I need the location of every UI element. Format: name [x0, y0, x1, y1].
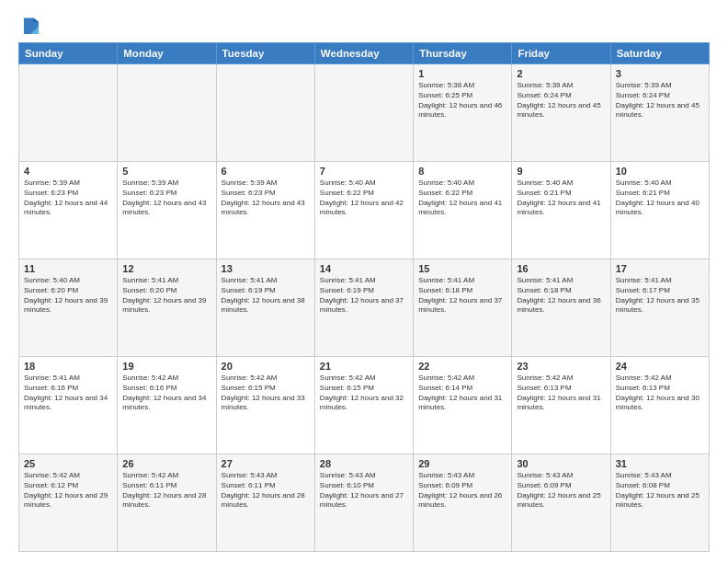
calendar-table: SundayMondayTuesdayWednesdayThursdayFrid…: [18, 42, 710, 552]
col-header-sunday: Sunday: [19, 43, 118, 64]
day-number: 4: [24, 166, 112, 177]
day-number: 16: [517, 263, 605, 274]
day-info: Sunrise: 5:41 AM Sunset: 6:20 PM Dayligh…: [122, 276, 210, 316]
calendar-cell: 12Sunrise: 5:41 AM Sunset: 6:20 PM Dayli…: [118, 259, 216, 357]
calendar-cell: 23Sunrise: 5:42 AM Sunset: 6:13 PM Dayli…: [512, 357, 610, 454]
day-info: Sunrise: 5:40 AM Sunset: 6:20 PM Dayligh…: [24, 276, 112, 316]
day-info: Sunrise: 5:42 AM Sunset: 6:16 PM Dayligh…: [122, 373, 210, 413]
calendar-cell: 24Sunrise: 5:42 AM Sunset: 6:13 PM Dayli…: [610, 357, 709, 454]
calendar-cell: 22Sunrise: 5:42 AM Sunset: 6:14 PM Dayli…: [414, 357, 512, 454]
calendar-cell: 29Sunrise: 5:43 AM Sunset: 6:09 PM Dayli…: [414, 454, 512, 552]
day-info: Sunrise: 5:41 AM Sunset: 6:18 PM Dayligh…: [418, 276, 506, 316]
logo-icon: [21, 17, 41, 37]
day-number: 13: [222, 263, 310, 274]
day-info: Sunrise: 5:39 AM Sunset: 6:23 PM Dayligh…: [122, 178, 210, 218]
day-number: 9: [517, 166, 605, 177]
day-number: 25: [24, 458, 112, 469]
day-info: Sunrise: 5:38 AM Sunset: 6:25 PM Dayligh…: [418, 81, 506, 121]
day-number: 29: [418, 458, 506, 469]
day-info: Sunrise: 5:41 AM Sunset: 6:16 PM Dayligh…: [24, 373, 112, 413]
day-number: 12: [122, 263, 210, 274]
day-info: Sunrise: 5:41 AM Sunset: 6:19 PM Dayligh…: [222, 276, 310, 316]
day-number: 17: [616, 263, 704, 274]
day-number: 27: [222, 458, 310, 469]
day-number: 10: [616, 166, 704, 177]
day-info: Sunrise: 5:42 AM Sunset: 6:15 PM Dayligh…: [222, 373, 310, 413]
day-number: 21: [320, 361, 408, 372]
day-number: 6: [222, 166, 310, 177]
calendar-cell: 2Sunrise: 5:39 AM Sunset: 6:24 PM Daylig…: [512, 64, 610, 162]
day-number: 11: [24, 263, 112, 274]
day-info: Sunrise: 5:43 AM Sunset: 6:08 PM Dayligh…: [616, 471, 704, 511]
day-number: 23: [517, 361, 605, 372]
day-info: Sunrise: 5:42 AM Sunset: 6:11 PM Dayligh…: [122, 471, 210, 511]
day-number: 15: [418, 263, 506, 274]
day-info: Sunrise: 5:42 AM Sunset: 6:15 PM Dayligh…: [320, 373, 408, 413]
day-number: 3: [616, 68, 704, 79]
day-info: Sunrise: 5:40 AM Sunset: 6:22 PM Dayligh…: [320, 178, 408, 218]
day-info: Sunrise: 5:39 AM Sunset: 6:23 PM Dayligh…: [222, 178, 310, 218]
calendar-cell: 20Sunrise: 5:42 AM Sunset: 6:15 PM Dayli…: [216, 357, 314, 454]
day-info: Sunrise: 5:39 AM Sunset: 6:24 PM Dayligh…: [616, 81, 704, 121]
day-number: 20: [222, 361, 310, 372]
day-info: Sunrise: 5:41 AM Sunset: 6:19 PM Dayligh…: [320, 276, 408, 316]
calendar-cell: 1Sunrise: 5:38 AM Sunset: 6:25 PM Daylig…: [414, 64, 512, 162]
day-info: Sunrise: 5:39 AM Sunset: 6:24 PM Dayligh…: [517, 81, 605, 121]
calendar-cell: 18Sunrise: 5:41 AM Sunset: 6:16 PM Dayli…: [19, 357, 118, 454]
col-header-monday: Monday: [118, 43, 216, 64]
day-number: 7: [320, 166, 408, 177]
calendar-cell: 19Sunrise: 5:42 AM Sunset: 6:16 PM Dayli…: [118, 357, 216, 454]
day-number: 22: [418, 361, 506, 372]
day-number: 26: [122, 458, 210, 469]
calendar-cell: 26Sunrise: 5:42 AM Sunset: 6:11 PM Dayli…: [118, 454, 216, 552]
day-number: 30: [517, 458, 605, 469]
day-number: 8: [418, 166, 506, 177]
calendar-cell: [216, 64, 314, 162]
col-header-thursday: Thursday: [414, 43, 512, 64]
calendar-page: SundayMondayTuesdayWednesdayThursdayFrid…: [0, 0, 728, 563]
logo: [18, 18, 41, 37]
calendar-cell: 9Sunrise: 5:40 AM Sunset: 6:21 PM Daylig…: [512, 162, 610, 259]
day-info: Sunrise: 5:42 AM Sunset: 6:14 PM Dayligh…: [418, 373, 506, 413]
day-number: 2: [517, 68, 605, 79]
col-header-tuesday: Tuesday: [216, 43, 314, 64]
day-number: 19: [122, 361, 210, 372]
week-row-1: 1Sunrise: 5:38 AM Sunset: 6:25 PM Daylig…: [19, 64, 710, 162]
calendar-cell: 13Sunrise: 5:41 AM Sunset: 6:19 PM Dayli…: [216, 259, 314, 357]
week-row-5: 25Sunrise: 5:42 AM Sunset: 6:12 PM Dayli…: [19, 454, 710, 552]
calendar-cell: 21Sunrise: 5:42 AM Sunset: 6:15 PM Dayli…: [314, 357, 413, 454]
col-header-friday: Friday: [512, 43, 610, 64]
week-row-2: 4Sunrise: 5:39 AM Sunset: 6:23 PM Daylig…: [19, 162, 710, 259]
day-info: Sunrise: 5:42 AM Sunset: 6:13 PM Dayligh…: [517, 373, 605, 413]
day-number: 1: [418, 68, 506, 79]
calendar-cell: 8Sunrise: 5:40 AM Sunset: 6:22 PM Daylig…: [414, 162, 512, 259]
calendar-cell: 31Sunrise: 5:43 AM Sunset: 6:08 PM Dayli…: [610, 454, 709, 552]
day-info: Sunrise: 5:41 AM Sunset: 6:17 PM Dayligh…: [616, 276, 704, 316]
day-info: Sunrise: 5:42 AM Sunset: 6:13 PM Dayligh…: [616, 373, 704, 413]
day-number: 18: [24, 361, 112, 372]
day-number: 24: [616, 361, 704, 372]
day-info: Sunrise: 5:43 AM Sunset: 6:09 PM Dayligh…: [418, 471, 506, 511]
header-row: SundayMondayTuesdayWednesdayThursdayFrid…: [19, 43, 710, 64]
calendar-cell: 6Sunrise: 5:39 AM Sunset: 6:23 PM Daylig…: [216, 162, 314, 259]
calendar-cell: [314, 64, 413, 162]
calendar-cell: [118, 64, 216, 162]
calendar-cell: 14Sunrise: 5:41 AM Sunset: 6:19 PM Dayli…: [314, 259, 413, 357]
day-info: Sunrise: 5:40 AM Sunset: 6:21 PM Dayligh…: [517, 178, 605, 218]
day-info: Sunrise: 5:43 AM Sunset: 6:09 PM Dayligh…: [517, 471, 605, 511]
calendar-cell: 10Sunrise: 5:40 AM Sunset: 6:21 PM Dayli…: [610, 162, 709, 259]
calendar-cell: 7Sunrise: 5:40 AM Sunset: 6:22 PM Daylig…: [314, 162, 413, 259]
calendar-cell: 27Sunrise: 5:43 AM Sunset: 6:11 PM Dayli…: [216, 454, 314, 552]
calendar-cell: 28Sunrise: 5:43 AM Sunset: 6:10 PM Dayli…: [314, 454, 413, 552]
day-number: 14: [320, 263, 408, 274]
day-number: 5: [122, 166, 210, 177]
week-row-4: 18Sunrise: 5:41 AM Sunset: 6:16 PM Dayli…: [19, 357, 710, 454]
calendar-cell: 16Sunrise: 5:41 AM Sunset: 6:18 PM Dayli…: [512, 259, 610, 357]
day-info: Sunrise: 5:40 AM Sunset: 6:21 PM Dayligh…: [616, 178, 704, 218]
header: [18, 15, 710, 37]
svg-marker-1: [33, 17, 39, 21]
week-row-3: 11Sunrise: 5:40 AM Sunset: 6:20 PM Dayli…: [19, 259, 710, 357]
calendar-cell: 25Sunrise: 5:42 AM Sunset: 6:12 PM Dayli…: [19, 454, 118, 552]
calendar-cell: 3Sunrise: 5:39 AM Sunset: 6:24 PM Daylig…: [610, 64, 709, 162]
calendar-cell: 11Sunrise: 5:40 AM Sunset: 6:20 PM Dayli…: [19, 259, 118, 357]
